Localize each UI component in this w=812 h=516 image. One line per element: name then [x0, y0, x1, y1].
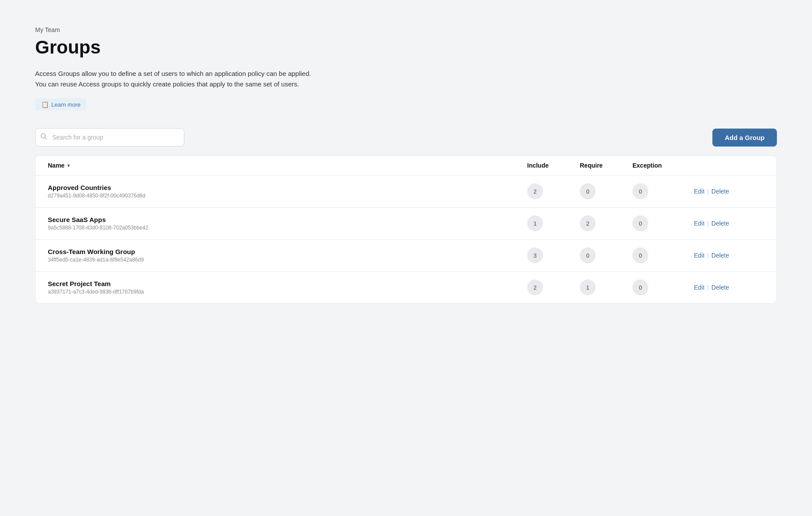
description: Access Groups allow you to define a set …	[35, 68, 777, 90]
group-name: Secure SaaS Apps	[48, 216, 527, 223]
require-cell: 1	[580, 280, 632, 295]
delete-button[interactable]: Delete	[711, 220, 729, 227]
group-name: Approved Countries	[48, 184, 527, 191]
group-info: Secure SaaS Apps 9a5c5888-1708-43d0-8108…	[48, 216, 527, 231]
include-cell: 2	[527, 183, 580, 199]
require-cell: 2	[580, 215, 632, 231]
column-header-name[interactable]: Name ▼	[48, 162, 527, 169]
exception-badge: 0	[632, 215, 648, 231]
add-group-button[interactable]: Add a Group	[712, 129, 777, 147]
group-info: Secret Project Team a3937171-a7c3-4ded-9…	[48, 280, 527, 295]
group-id: d279a451-9d08-4850-8f2f-00c490376d8d	[48, 193, 527, 199]
table-row: Cross-Team Working Group 34ff5ed5-ca1e-4…	[36, 240, 776, 272]
column-header-exception: Exception	[632, 162, 694, 169]
sort-icon: ▼	[66, 163, 71, 168]
edit-button[interactable]: Edit	[694, 188, 704, 195]
edit-button[interactable]: Edit	[694, 220, 704, 227]
table-body: Approved Countries d279a451-9d08-4850-8f…	[36, 176, 776, 303]
search-icon	[40, 133, 47, 142]
description-line1: Access Groups allow you to define a set …	[35, 68, 777, 79]
exception-cell: 0	[632, 280, 694, 295]
group-id: a3937171-a7c3-4ded-983b-dff1787b9fda	[48, 289, 527, 295]
actions-cell: Edit | Delete	[694, 188, 764, 195]
edit-button[interactable]: Edit	[694, 252, 704, 259]
exception-badge: 0	[632, 183, 648, 199]
include-cell: 1	[527, 215, 580, 231]
require-badge: 0	[580, 183, 596, 199]
require-cell: 0	[580, 183, 632, 199]
breadcrumb: My Team	[35, 26, 777, 33]
book-icon: 📋	[41, 101, 49, 108]
learn-more-button[interactable]: 📋 Learn more	[35, 98, 86, 111]
page-title: Groups	[35, 37, 777, 58]
require-badge: 1	[580, 280, 596, 295]
exception-cell: 0	[632, 183, 694, 199]
include-badge: 1	[527, 215, 543, 231]
actions-cell: Edit | Delete	[694, 252, 764, 259]
exception-badge: 0	[632, 280, 648, 295]
exception-cell: 0	[632, 215, 694, 231]
group-name: Cross-Team Working Group	[48, 248, 527, 255]
group-id: 9a5c5888-1708-43d0-8108-702a053bbe42	[48, 225, 527, 231]
group-name: Secret Project Team	[48, 280, 527, 287]
include-badge: 2	[527, 183, 543, 199]
include-cell: 3	[527, 247, 580, 263]
require-badge: 2	[580, 215, 596, 231]
delete-button[interactable]: Delete	[711, 188, 729, 195]
description-line2: You can reuse Access groups to quickly c…	[35, 79, 777, 90]
learn-more-label: Learn more	[51, 101, 80, 108]
exception-cell: 0	[632, 247, 694, 263]
actions-cell: Edit | Delete	[694, 220, 764, 227]
action-divider: |	[707, 188, 709, 195]
delete-button[interactable]: Delete	[711, 284, 729, 291]
edit-button[interactable]: Edit	[694, 284, 704, 291]
action-divider: |	[707, 220, 709, 227]
search-input[interactable]	[35, 128, 184, 147]
include-badge: 3	[527, 247, 543, 263]
group-info: Cross-Team Working Group 34ff5ed5-ca1e-4…	[48, 248, 527, 263]
include-cell: 2	[527, 280, 580, 295]
table-header: Name ▼ Include Require Exception	[36, 156, 776, 176]
action-divider: |	[707, 252, 709, 259]
groups-table: Name ▼ Include Require Exception Approve…	[35, 155, 777, 304]
require-cell: 0	[580, 247, 632, 263]
table-row: Secret Project Team a3937171-a7c3-4ded-9…	[36, 272, 776, 303]
column-header-include: Include	[527, 162, 580, 169]
search-wrapper	[35, 128, 184, 147]
include-badge: 2	[527, 280, 543, 295]
table-row: Approved Countries d279a451-9d08-4850-8f…	[36, 176, 776, 208]
actions-cell: Edit | Delete	[694, 284, 764, 291]
column-header-require: Require	[580, 162, 632, 169]
require-badge: 0	[580, 247, 596, 263]
group-id: 34ff5ed5-ca1e-4839-ad1a-6f8e542a86d9	[48, 257, 527, 263]
group-info: Approved Countries d279a451-9d08-4850-8f…	[48, 184, 527, 199]
exception-badge: 0	[632, 247, 648, 263]
action-divider: |	[707, 284, 709, 291]
table-row: Secure SaaS Apps 9a5c5888-1708-43d0-8108…	[36, 208, 776, 240]
delete-button[interactable]: Delete	[711, 252, 729, 259]
column-header-actions	[694, 162, 764, 169]
